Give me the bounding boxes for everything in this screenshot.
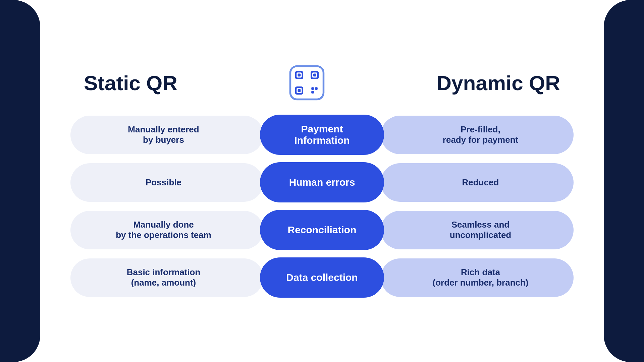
center-cell-3: Data collection — [260, 257, 384, 298]
rows-container: Manually enteredby buyersPaymentInformat… — [70, 115, 574, 298]
wave-right-decoration — [604, 0, 644, 362]
qr-icon-wrapper — [288, 64, 325, 101]
center-cell-2: Reconciliation — [260, 210, 384, 250]
svg-rect-11 — [315, 87, 318, 90]
static-cell-2: Manually doneby the operations team — [70, 211, 263, 249]
qr-code-icon — [288, 64, 325, 101]
comparison-row-3: Basic information(name, amount)Data coll… — [70, 257, 574, 298]
static-cell-0: Manually enteredby buyers — [70, 116, 263, 154]
center-cell-1: Human errors — [260, 162, 384, 202]
wave-left-decoration — [0, 0, 40, 362]
comparison-row-1: PossibleHuman errorsReduced — [70, 162, 574, 202]
dynamic-cell-3: Rich data(order number, branch) — [381, 258, 574, 297]
svg-rect-12 — [311, 91, 314, 94]
dynamic-qr-title: Dynamic QR — [436, 71, 560, 95]
comparison-row-2: Manually doneby the operations teamRecon… — [70, 210, 574, 250]
header-row: Static QR — [70, 64, 574, 101]
svg-rect-3 — [298, 74, 301, 77]
svg-rect-10 — [311, 87, 314, 90]
svg-rect-0 — [290, 66, 324, 100]
svg-rect-6 — [313, 74, 316, 77]
dynamic-cell-2: Seamless anduncomplicated — [381, 211, 574, 249]
svg-rect-9 — [298, 89, 301, 92]
static-cell-3: Basic information(name, amount) — [70, 258, 263, 297]
comparison-row-0: Manually enteredby buyersPaymentInformat… — [70, 115, 574, 155]
center-cell-0: PaymentInformation — [260, 115, 384, 155]
main-container: Static QR — [70, 64, 574, 298]
static-cell-1: Possible — [70, 163, 263, 202]
dynamic-cell-0: Pre-filled,ready for payment — [381, 116, 574, 154]
static-qr-title: Static QR — [84, 71, 177, 95]
dynamic-cell-1: Reduced — [381, 163, 574, 202]
